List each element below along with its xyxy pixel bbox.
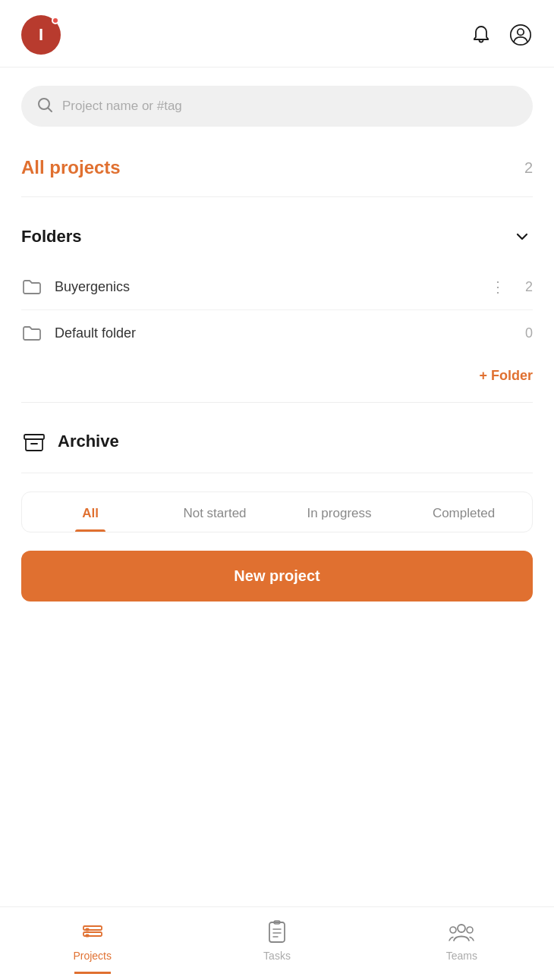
folder-count-default: 0 bbox=[518, 325, 533, 341]
svg-rect-8 bbox=[86, 928, 89, 931]
folder-menu-dots[interactable]: ⋮ bbox=[490, 278, 507, 296]
main-content: All projects 2 Folders Buye bbox=[0, 68, 554, 906]
tab-in-progress[interactable]: In progress bbox=[277, 492, 401, 532]
all-projects-title: All projects bbox=[21, 157, 121, 178]
svg-rect-9 bbox=[86, 934, 89, 937]
nav-item-projects[interactable]: Projects bbox=[0, 919, 184, 962]
app-container: I bbox=[0, 0, 554, 980]
folder-icon bbox=[21, 276, 42, 297]
tab-completed[interactable]: Completed bbox=[401, 492, 526, 532]
svg-point-1 bbox=[518, 29, 524, 35]
all-projects-count: 2 bbox=[524, 159, 533, 177]
folders-title: Folders bbox=[21, 227, 81, 247]
archive-title: Archive bbox=[58, 432, 119, 451]
folder-icon bbox=[21, 322, 42, 344]
bottom-nav: Projects Tasks bbox=[0, 906, 554, 980]
svg-point-15 bbox=[458, 925, 465, 932]
folder-item-buyergenics[interactable]: Buyergenics ⋮ 2 bbox=[21, 264, 533, 310]
profile-icon[interactable] bbox=[508, 23, 533, 47]
svg-line-3 bbox=[49, 108, 52, 112]
tabs-section: All Not started In progress Completed bbox=[21, 492, 533, 532]
folder-count-buyergenics: 2 bbox=[518, 279, 533, 295]
header-icons bbox=[469, 23, 533, 47]
avatar-letter: I bbox=[39, 25, 43, 45]
chevron-down-icon bbox=[512, 226, 533, 247]
nav-item-teams[interactable]: Teams bbox=[370, 919, 554, 962]
svg-point-17 bbox=[467, 927, 473, 933]
avatar-container[interactable]: I bbox=[21, 15, 61, 55]
header: I bbox=[0, 0, 554, 68]
folder-name-buyergenics: Buyergenics bbox=[55, 279, 490, 295]
search-icon bbox=[36, 96, 53, 116]
archive-section[interactable]: Archive bbox=[21, 421, 533, 473]
svg-rect-10 bbox=[269, 922, 285, 942]
nav-label-teams: Teams bbox=[446, 950, 477, 962]
tasks-icon bbox=[264, 919, 290, 945]
nav-label-projects: Projects bbox=[73, 950, 112, 962]
projects-icon bbox=[80, 919, 105, 945]
all-projects-section: All projects 2 bbox=[21, 151, 533, 197]
nav-item-tasks[interactable]: Tasks bbox=[184, 919, 369, 962]
folders-header[interactable]: Folders bbox=[21, 218, 533, 264]
notification-icon[interactable] bbox=[469, 23, 493, 47]
tab-all[interactable]: All bbox=[28, 492, 153, 532]
search-bar[interactable] bbox=[21, 86, 533, 127]
folders-section: Folders Buyergenics ⋮ 2 bbox=[21, 218, 533, 403]
teams-icon bbox=[449, 919, 474, 945]
svg-rect-4 bbox=[24, 435, 44, 439]
nav-label-tasks: Tasks bbox=[263, 950, 291, 962]
add-folder-button[interactable]: + Folder bbox=[479, 368, 533, 384]
svg-point-16 bbox=[450, 927, 456, 933]
notification-badge bbox=[52, 17, 59, 24]
folder-name-default: Default folder bbox=[55, 325, 518, 341]
folder-item-default[interactable]: Default folder 0 bbox=[21, 310, 533, 356]
search-input[interactable] bbox=[62, 99, 518, 114]
tabs-container: All Not started In progress Completed bbox=[21, 492, 533, 532]
tab-not-started[interactable]: Not started bbox=[153, 492, 277, 532]
archive-icon bbox=[21, 429, 47, 454]
add-folder-container: + Folder bbox=[21, 356, 533, 403]
new-project-button[interactable]: New project bbox=[21, 551, 533, 602]
